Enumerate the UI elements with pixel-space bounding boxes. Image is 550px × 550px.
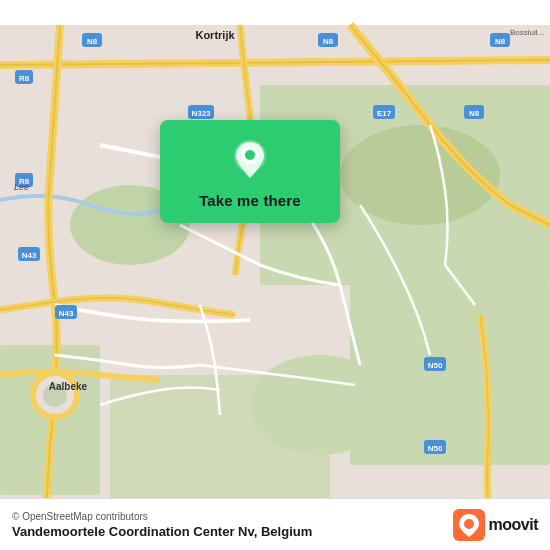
- svg-text:E17: E17: [377, 109, 392, 118]
- take-me-there-button[interactable]: Take me there: [199, 192, 301, 209]
- bottom-left: © OpenStreetMap contributors Vandemoorte…: [12, 511, 312, 539]
- svg-text:Bossluil...: Bossluil...: [510, 28, 544, 37]
- svg-text:Lee: Lee: [14, 182, 29, 192]
- svg-text:N8: N8: [87, 37, 98, 46]
- svg-text:N50: N50: [428, 444, 443, 453]
- location-name: Vandemoortele Coordination Center Nv, Be…: [12, 524, 312, 539]
- popup-card[interactable]: Take me there: [160, 120, 340, 223]
- svg-text:N8: N8: [323, 37, 334, 46]
- svg-text:N8: N8: [469, 109, 480, 118]
- svg-point-43: [464, 519, 474, 529]
- svg-point-7: [250, 355, 390, 455]
- osm-credit: © OpenStreetMap contributors: [12, 511, 312, 522]
- svg-text:N323: N323: [191, 109, 211, 118]
- moovit-text: moovit: [489, 516, 538, 534]
- svg-text:N43: N43: [59, 309, 74, 318]
- svg-text:Kortrijk: Kortrijk: [195, 29, 235, 41]
- map-container: N8 N8 N8 N323 R8 R8 E17 N8 N43 N43 N50: [0, 0, 550, 550]
- svg-text:R8: R8: [19, 74, 30, 83]
- svg-text:N43: N43: [22, 251, 37, 260]
- svg-rect-2: [350, 285, 550, 465]
- svg-point-41: [245, 150, 255, 160]
- svg-text:Aalbeke: Aalbeke: [49, 381, 88, 392]
- moovit-icon: [453, 509, 485, 541]
- svg-text:N50: N50: [428, 361, 443, 370]
- svg-text:N8: N8: [495, 37, 506, 46]
- bottom-bar: © OpenStreetMap contributors Vandemoorte…: [0, 498, 550, 550]
- moovit-logo: moovit: [453, 509, 538, 541]
- location-pin-icon: [228, 138, 272, 182]
